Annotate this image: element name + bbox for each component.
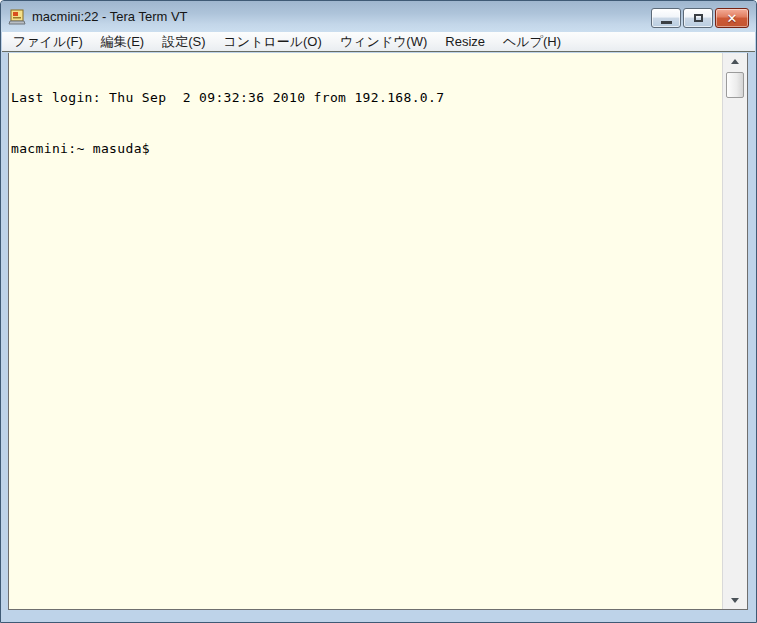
terminal-prompt-line: macmini:~ masuda$ [11,140,722,157]
menu-item-edit[interactable]: 編集(E) [92,31,153,53]
teraterm-window: macmini:22 - Tera Term VT ✕ ファイル(F) 編集(E… [0,0,757,623]
menu-item-resize[interactable]: Resize [436,32,494,51]
scroll-down-button[interactable] [723,592,747,609]
scrollbar-track[interactable] [723,70,747,592]
scroll-up-button[interactable] [723,53,747,70]
menu-item-file[interactable]: ファイル(F) [4,31,92,53]
close-icon: ✕ [727,12,738,25]
teraterm-icon[interactable] [8,9,26,25]
minimize-button[interactable] [651,8,681,28]
window-title: macmini:22 - Tera Term VT [32,9,188,24]
terminal-line: Last login: Thu Sep 2 09:32:36 2010 from… [11,89,722,106]
scrollbar-thumb[interactable] [726,72,744,98]
terminal-screen[interactable]: Last login: Thu Sep 2 09:32:36 2010 from… [9,53,722,609]
window-controls: ✕ [651,8,749,28]
menu-item-setup[interactable]: 設定(S) [153,31,214,53]
scroll-up-icon [731,59,739,64]
vertical-scrollbar[interactable] [722,53,747,609]
maximize-button[interactable] [683,8,713,28]
maximize-icon [694,14,703,22]
client-area: Last login: Thu Sep 2 09:32:36 2010 from… [8,53,748,610]
close-button[interactable]: ✕ [715,8,749,28]
menu-item-help[interactable]: ヘルプ(H) [494,31,570,53]
menu-item-window[interactable]: ウィンドウ(W) [331,31,436,53]
menu-item-control[interactable]: コントロール(O) [215,31,331,53]
scroll-down-icon [731,598,739,603]
minimize-icon [661,21,672,24]
menubar: ファイル(F) 編集(E) 設定(S) コントロール(O) ウィンドウ(W) R… [2,32,755,52]
titlebar[interactable]: macmini:22 - Tera Term VT ✕ [1,1,756,32]
